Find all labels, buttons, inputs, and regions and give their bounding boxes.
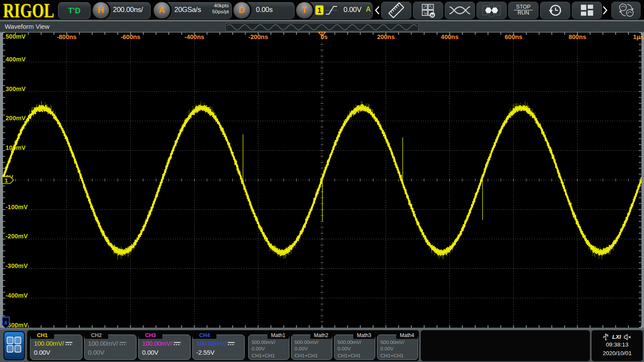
svg-text:LXI: LXI xyxy=(612,334,621,340)
svg-text:400mV: 400mV xyxy=(6,56,26,63)
svg-text:1: 1 xyxy=(5,177,8,184)
svg-text:4: 4 xyxy=(4,320,7,326)
svg-text:0s: 0s xyxy=(321,33,328,40)
svg-text:1µs: 1µs xyxy=(633,33,644,40)
svg-text:500mV: 500mV xyxy=(6,33,26,40)
svg-text:600ns: 600ns xyxy=(505,33,522,40)
svg-text:-200ns: -200ns xyxy=(248,33,268,40)
svg-text:-300mV: -300mV xyxy=(6,262,28,269)
svg-text:400ns: 400ns xyxy=(441,33,459,40)
svg-text:-100mV: -100mV xyxy=(6,204,28,210)
svg-text:-400mV: -400mV xyxy=(6,292,28,299)
svg-text:-200mV: -200mV xyxy=(6,233,28,240)
svg-text:-400ns: -400ns xyxy=(185,33,204,40)
svg-text:300mV: 300mV xyxy=(6,85,26,92)
svg-text:-800ns: -800ns xyxy=(57,33,76,40)
svg-text:800ns: 800ns xyxy=(568,33,586,40)
svg-text:200mV: 200mV xyxy=(6,115,26,122)
svg-text:200ns: 200ns xyxy=(377,33,395,40)
svg-text:-600ns: -600ns xyxy=(121,33,140,40)
